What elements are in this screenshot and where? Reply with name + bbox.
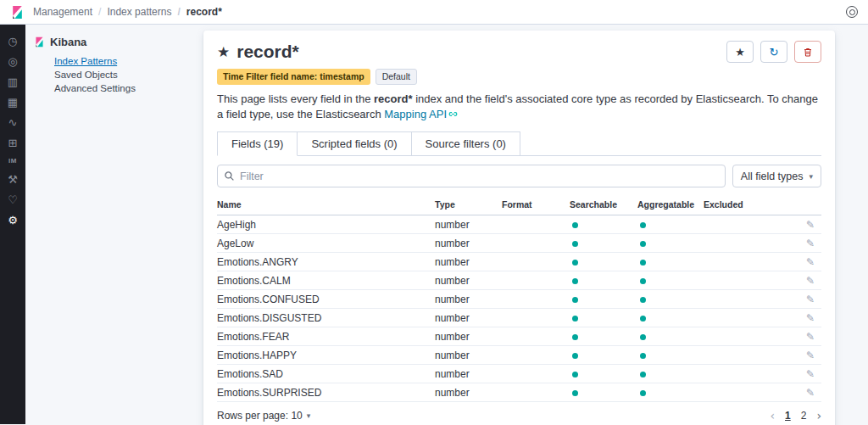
field-searchable bbox=[570, 331, 637, 343]
breadcrumb-management[interactable]: Management bbox=[33, 6, 92, 18]
column-header-name: Name bbox=[217, 196, 435, 215]
edit-field-icon[interactable]: ✎ bbox=[806, 387, 815, 399]
sidebar-item-advanced-settings[interactable]: Advanced Settings bbox=[54, 83, 203, 93]
filter-input[interactable] bbox=[217, 165, 726, 187]
rows-per-page-selector[interactable]: Rows per page: 10 bbox=[217, 410, 310, 422]
field-actions: ✎ bbox=[765, 294, 821, 305]
mapping-api-link[interactable]: Mapping API bbox=[384, 108, 447, 120]
table-row: Emotions.SADnumber✎ bbox=[217, 365, 821, 383]
field-aggregatable bbox=[637, 238, 704, 249]
global-nav: ◷◎▥▦∿⊞IM⚒♡⚙ bbox=[0, 25, 25, 424]
help-icon[interactable] bbox=[846, 6, 858, 18]
main-area: ★ record* ★ ↻ Time Filter field name: ti… bbox=[203, 25, 868, 424]
edit-field-icon[interactable]: ✎ bbox=[806, 312, 815, 324]
next-page-button[interactable]: › bbox=[816, 410, 821, 422]
default-star-icon: ★ bbox=[217, 43, 230, 60]
recently-viewed-icon[interactable]: ◷ bbox=[8, 36, 17, 47]
edit-field-icon[interactable]: ✎ bbox=[806, 350, 815, 361]
searchable-dot bbox=[572, 222, 578, 228]
tab-source-filters[interactable]: Source filters (0) bbox=[411, 131, 520, 155]
default-badge: Default bbox=[376, 69, 417, 85]
page-button-2[interactable]: 2 bbox=[801, 410, 807, 422]
tab-scripted-fields[interactable]: Scripted fields (0) bbox=[297, 131, 411, 155]
card-actions: ★ ↻ bbox=[726, 41, 821, 63]
column-header-excluded: Excluded bbox=[704, 196, 765, 215]
field-name: Emotions.ANGRY bbox=[217, 256, 435, 268]
field-actions: ✎ bbox=[765, 368, 821, 380]
edit-field-icon[interactable]: ✎ bbox=[806, 256, 815, 268]
field-name: Emotions.SAD bbox=[217, 368, 435, 380]
field-searchable bbox=[570, 294, 637, 305]
field-aggregatable bbox=[637, 275, 704, 287]
field-actions: ✎ bbox=[765, 219, 821, 231]
sidebar-item-index-patterns[interactable]: Index Patterns bbox=[54, 56, 203, 66]
field-name: Emotions.DISGUSTED bbox=[217, 312, 435, 324]
column-header-type: Type bbox=[435, 196, 502, 215]
aggregatable-dot bbox=[640, 390, 646, 396]
filter-row: All field types bbox=[217, 165, 821, 187]
set-default-button[interactable]: ★ bbox=[726, 41, 754, 63]
field-searchable bbox=[570, 387, 637, 399]
aggregatable-dot bbox=[640, 297, 646, 303]
sidebar-item-saved-objects[interactable]: Saved Objects bbox=[54, 70, 203, 80]
management-icon[interactable]: ⚙ bbox=[8, 215, 18, 226]
breadcrumb-index-patterns[interactable]: Index patterns bbox=[92, 6, 171, 18]
searchable-dot bbox=[572, 390, 578, 396]
edit-field-icon[interactable]: ✎ bbox=[806, 219, 815, 231]
title-row: ★ record* ★ ↻ bbox=[217, 41, 821, 63]
field-aggregatable bbox=[637, 368, 704, 380]
search-icon bbox=[224, 171, 235, 182]
badge-row: Time Filter field name: timestamp Defaul… bbox=[217, 69, 821, 85]
field-actions: ✎ bbox=[765, 275, 821, 287]
monitoring-icon[interactable]: ♡ bbox=[8, 194, 18, 205]
field-searchable bbox=[570, 275, 637, 287]
description-index-name: record* bbox=[374, 92, 413, 105]
edit-field-icon[interactable]: ✎ bbox=[806, 275, 815, 287]
field-type: number bbox=[435, 238, 502, 249]
previous-page-button[interactable]: ‹ bbox=[770, 410, 775, 422]
aggregatable-dot bbox=[640, 372, 646, 377]
edit-field-icon[interactable]: ✎ bbox=[806, 368, 815, 380]
field-type-dropdown-label: All field types bbox=[741, 171, 804, 182]
field-actions: ✎ bbox=[765, 350, 821, 361]
delete-index-pattern-button[interactable] bbox=[794, 41, 821, 63]
timelion-icon[interactable]: ∿ bbox=[8, 117, 18, 128]
pagination-pages: 12 bbox=[785, 410, 806, 422]
aggregatable-dot bbox=[640, 222, 646, 228]
management-sidebar: Kibana Index PatternsSaved ObjectsAdvanc… bbox=[25, 25, 203, 424]
table-body: AgeHighnumber✎AgeLownumber✎Emotions.ANGR… bbox=[217, 215, 821, 402]
edit-field-icon[interactable]: ✎ bbox=[806, 238, 815, 249]
field-aggregatable bbox=[637, 387, 704, 399]
maps-icon[interactable]: ⊞ bbox=[8, 137, 18, 148]
field-type: number bbox=[435, 256, 502, 268]
field-type-dropdown[interactable]: All field types bbox=[732, 165, 821, 187]
field-searchable bbox=[570, 256, 637, 268]
discover-icon[interactable]: ◎ bbox=[8, 56, 17, 67]
table-row: AgeLownumber✎ bbox=[217, 234, 821, 253]
field-type: number bbox=[435, 350, 502, 361]
field-name: Emotions.CALM bbox=[217, 275, 435, 287]
table-row: Emotions.HAPPYnumber✎ bbox=[217, 346, 821, 365]
edit-field-icon[interactable]: ✎ bbox=[806, 331, 815, 343]
searchable-dot bbox=[572, 316, 578, 322]
table-header-row: NameTypeFormatSearchableAggregatableExcl… bbox=[217, 196, 821, 215]
index-management-icon[interactable]: IM bbox=[8, 158, 17, 165]
index-pattern-description: This page lists every field in the recor… bbox=[217, 92, 821, 124]
field-searchable bbox=[570, 219, 637, 231]
searchable-dot bbox=[572, 353, 578, 359]
dashboard-icon[interactable]: ▦ bbox=[8, 97, 18, 108]
page-button-1[interactable]: 1 bbox=[785, 410, 791, 422]
searchable-dot bbox=[572, 241, 578, 247]
dev-tools-icon[interactable]: ⚒ bbox=[8, 174, 18, 185]
edit-field-icon[interactable]: ✎ bbox=[806, 294, 815, 305]
field-name: Emotions.HAPPY bbox=[217, 350, 435, 361]
field-searchable bbox=[570, 350, 637, 361]
kibana-logo[interactable] bbox=[10, 5, 25, 20]
sidebar-links: Index PatternsSaved ObjectsAdvanced Sett… bbox=[54, 56, 203, 93]
field-name: Emotions.SURPRISED bbox=[217, 387, 435, 399]
visualize-icon[interactable]: ▥ bbox=[8, 76, 18, 87]
refresh-fields-button[interactable]: ↻ bbox=[760, 41, 787, 63]
tab-fields[interactable]: Fields (19) bbox=[217, 131, 298, 156]
search-box bbox=[217, 165, 726, 187]
kibana-section-logo bbox=[34, 36, 45, 48]
